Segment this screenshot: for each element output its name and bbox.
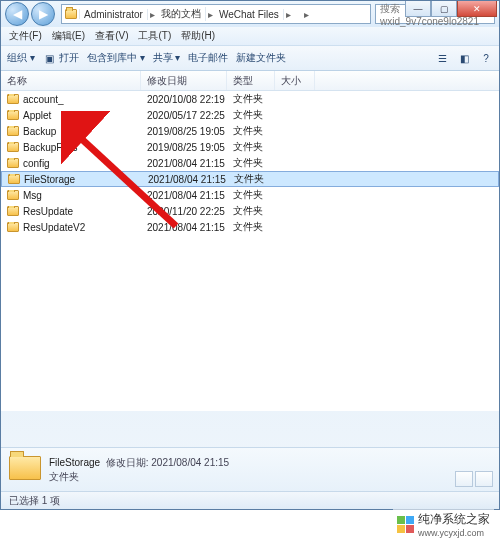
menubar: 文件(F) 编辑(E) 查看(V) 工具(T) 帮助(H) bbox=[1, 27, 499, 45]
file-name: config bbox=[23, 158, 50, 169]
table-row[interactable]: ResUpdateV22021/08/04 21:15文件夹 bbox=[1, 219, 499, 235]
details-pane: FileStorage 修改日期: 2021/08/04 21:15 文件夹 bbox=[1, 447, 499, 491]
menu-tools[interactable]: 工具(T) bbox=[138, 29, 171, 43]
file-name: account_ bbox=[23, 94, 64, 105]
toolbar: 组织 ▾ ▣打开 包含到库中 ▾ 共享 ▾ 电子邮件 新建文件夹 ☰ ◧ ? bbox=[1, 45, 499, 71]
view-mode-icon[interactable]: ☰ bbox=[435, 51, 449, 65]
help-icon[interactable]: ? bbox=[479, 51, 493, 65]
column-type[interactable]: 类型 bbox=[227, 71, 275, 90]
file-date: 2019/08/25 19:05 bbox=[141, 126, 227, 137]
column-size[interactable]: 大小 bbox=[275, 71, 315, 90]
file-date: 2021/08/04 21:15 bbox=[141, 222, 227, 233]
view-button-1[interactable] bbox=[455, 471, 473, 487]
file-type: 文件夹 bbox=[227, 188, 275, 202]
file-type: 文件夹 bbox=[227, 220, 275, 234]
watermark-logo-icon bbox=[397, 516, 414, 533]
details-date-label: 修改日期: bbox=[106, 457, 149, 468]
file-name: Backup bbox=[23, 126, 56, 137]
toolbar-open[interactable]: ▣打开 bbox=[43, 51, 79, 65]
folder-icon bbox=[7, 206, 19, 216]
file-date: 2020/05/17 22:25 bbox=[141, 110, 227, 121]
table-row[interactable]: BackupFiles2019/08/25 19:05文件夹 bbox=[1, 139, 499, 155]
watermark-title: 纯净系统之家 bbox=[418, 512, 490, 526]
file-type: 文件夹 bbox=[227, 92, 275, 106]
table-row[interactable]: Msg2021/08/04 21:15文件夹 bbox=[1, 187, 499, 203]
folder-icon bbox=[7, 94, 19, 104]
nav-forward-button[interactable]: ▶ bbox=[31, 2, 55, 26]
table-row[interactable]: ResUpdate2020/11/20 22:25文件夹 bbox=[1, 203, 499, 219]
table-row[interactable]: config2021/08/04 21:15文件夹 bbox=[1, 155, 499, 171]
folder-icon bbox=[7, 222, 19, 232]
file-type: 文件夹 bbox=[227, 140, 275, 154]
file-type: 文件夹 bbox=[228, 172, 276, 186]
watermark-url: www.ycyxjd.com bbox=[418, 528, 490, 538]
folder-icon bbox=[7, 190, 19, 200]
details-date-value: 2021/08/04 21:15 bbox=[151, 457, 229, 468]
file-date: 2021/08/04 21:15 bbox=[142, 174, 228, 185]
status-text: 已选择 1 项 bbox=[9, 495, 60, 506]
table-row[interactable]: FileStorage2021/08/04 21:15文件夹 bbox=[1, 171, 499, 187]
table-row[interactable]: Applet2020/05/17 22:25文件夹 bbox=[1, 107, 499, 123]
folder-icon bbox=[8, 174, 20, 184]
column-name[interactable]: 名称 bbox=[1, 71, 141, 90]
details-folder-icon bbox=[9, 456, 41, 484]
menu-edit[interactable]: 编辑(E) bbox=[52, 29, 85, 43]
file-date: 2019/08/25 19:05 bbox=[141, 142, 227, 153]
toolbar-share[interactable]: 共享 ▾ bbox=[153, 51, 181, 65]
toolbar-email[interactable]: 电子邮件 bbox=[188, 51, 228, 65]
file-name: FileStorage bbox=[24, 174, 75, 185]
toolbar-include[interactable]: 包含到库中 ▾ bbox=[87, 51, 145, 65]
nav-back-button[interactable]: ◀ bbox=[5, 2, 29, 26]
table-row[interactable]: Backup2019/08/25 19:05文件夹 bbox=[1, 123, 499, 139]
folder-icon bbox=[7, 158, 19, 168]
menu-view[interactable]: 查看(V) bbox=[95, 29, 128, 43]
status-bar: 已选择 1 项 bbox=[1, 491, 499, 509]
file-name: ResUpdate bbox=[23, 206, 73, 217]
file-date: 2021/08/04 21:15 bbox=[141, 158, 227, 169]
file-type: 文件夹 bbox=[227, 124, 275, 138]
file-name: Applet bbox=[23, 110, 51, 121]
column-headers: 名称 修改日期 类型 大小 bbox=[1, 71, 499, 91]
menu-file[interactable]: 文件(F) bbox=[9, 29, 42, 43]
view-button-2[interactable] bbox=[475, 471, 493, 487]
folder-icon bbox=[7, 142, 19, 152]
file-type: 文件夹 bbox=[227, 108, 275, 122]
open-icon: ▣ bbox=[43, 51, 57, 65]
minimize-button[interactable]: — bbox=[405, 1, 431, 17]
menu-help[interactable]: 帮助(H) bbox=[181, 29, 215, 43]
breadcrumb-seg[interactable]: WeChat Files bbox=[215, 9, 284, 20]
file-date: 2020/10/08 22:19 bbox=[141, 94, 227, 105]
file-date: 2021/08/04 21:15 bbox=[141, 190, 227, 201]
details-type: 文件夹 bbox=[49, 471, 79, 482]
toolbar-newfolder[interactable]: 新建文件夹 bbox=[236, 51, 286, 65]
column-date[interactable]: 修改日期 bbox=[141, 71, 227, 90]
file-name: Msg bbox=[23, 190, 42, 201]
details-name: FileStorage bbox=[49, 457, 100, 468]
close-button[interactable]: ✕ bbox=[457, 1, 497, 17]
file-type: 文件夹 bbox=[227, 204, 275, 218]
breadcrumb[interactable]: Administrator▸ 我的文档▸ WeChat Files▸ ▸ bbox=[61, 4, 371, 24]
breadcrumb-seg[interactable]: 我的文档 bbox=[157, 7, 206, 21]
maximize-button[interactable]: ▢ bbox=[431, 1, 457, 17]
file-list[interactable]: account_2020/10/08 22:19文件夹Applet2020/05… bbox=[1, 91, 499, 411]
file-type: 文件夹 bbox=[227, 156, 275, 170]
preview-pane-icon[interactable]: ◧ bbox=[457, 51, 471, 65]
folder-icon bbox=[7, 126, 19, 136]
table-row[interactable]: account_2020/10/08 22:19文件夹 bbox=[1, 91, 499, 107]
folder-icon bbox=[7, 110, 19, 120]
breadcrumb-root-icon[interactable] bbox=[62, 9, 80, 19]
file-date: 2020/11/20 22:25 bbox=[141, 206, 227, 217]
breadcrumb-seg[interactable]: Administrator bbox=[80, 9, 148, 20]
file-name: BackupFiles bbox=[23, 142, 77, 153]
watermark: 纯净系统之家 www.ycyxjd.com bbox=[393, 509, 494, 540]
toolbar-organize[interactable]: 组织 ▾ bbox=[7, 51, 35, 65]
file-name: ResUpdateV2 bbox=[23, 222, 85, 233]
